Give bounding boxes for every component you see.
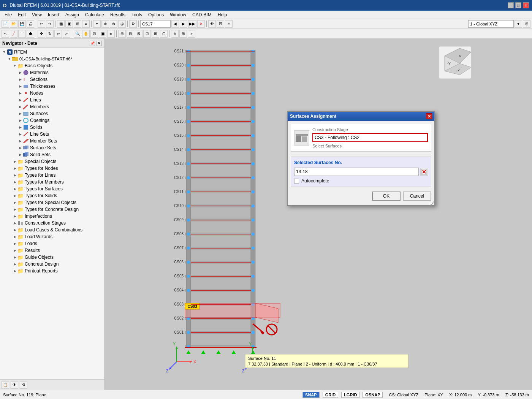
tb2-fit[interactable]: ⊡ [90, 30, 98, 38]
nav-printout-reports[interactable]: ▶ 📁 Printout Reports [0, 268, 104, 274]
dialog-clear-button[interactable] [420, 168, 428, 176]
tb-btn7[interactable]: ⊗ [110, 20, 117, 28]
lgrid-button[interactable]: LGRID [341, 392, 359, 398]
menu-window[interactable]: Window [167, 11, 189, 18]
nav-surface-sets[interactable]: ▶ Surface Sets [0, 144, 104, 151]
nav-types-nodes[interactable]: ▶ 📁 Types for Nodes [0, 165, 104, 172]
nav-load-cases[interactable]: ▶ 📁 Load Cases & Combinations [0, 226, 104, 233]
tb2-mirror[interactable]: ⇔ [54, 30, 62, 38]
nav-members[interactable]: ▶ Members [0, 103, 104, 110]
tb2-snap[interactable]: ⊕ [171, 30, 179, 38]
dialog-selected-input[interactable] [294, 168, 419, 176]
menu-edit[interactable]: Edit [15, 11, 29, 18]
nav-types-members[interactable]: ▶ 📁 Types for Members [0, 179, 104, 185]
nav-data-btn[interactable]: 📋 [2, 381, 9, 389]
nav-types-surfaces[interactable]: ▶ 📁 Types for Surfaces [0, 185, 104, 192]
nav-solids[interactable]: ▶ Solids [0, 124, 104, 131]
menu-tools[interactable]: Tools [128, 11, 145, 18]
osnap-button[interactable]: OSNAP [363, 392, 383, 398]
viewport[interactable]: CS03 CS21 CS20 CS19 CS18 CS17 CS16 CS15 … [104, 39, 532, 390]
tb2-grid2[interactable]: ⊞ [179, 30, 187, 38]
tb-btn2[interactable]: ▣ [65, 20, 73, 28]
dialog-cancel-button[interactable]: Cancel [403, 192, 431, 201]
close-button[interactable]: ✕ [523, 2, 529, 8]
tb2-pan[interactable]: ✋ [82, 30, 90, 38]
menu-assign[interactable]: Assign [62, 11, 82, 18]
tb2-scale[interactable]: ⤢ [63, 30, 70, 38]
tb2-iso[interactable]: ⬡ [160, 30, 168, 38]
nav-concrete-design[interactable]: ▶ 📁 Concrete Design [0, 261, 104, 268]
nav-pin-button[interactable]: 📌 [90, 41, 95, 46]
tb-view2[interactable]: ⚄ [217, 20, 224, 28]
dialog-cs-input[interactable] [312, 133, 428, 142]
tb2-zoom[interactable]: 🔍 [74, 30, 81, 38]
menu-options[interactable]: Options [145, 11, 167, 18]
nav-types-lines[interactable]: ▶ 📁 Types for Lines [0, 172, 104, 179]
tb-save[interactable]: 💾 [18, 20, 26, 28]
nav-types-solids[interactable]: ▶ 📁 Types for Solids [0, 192, 104, 199]
tb-open[interactable]: 📂 [10, 20, 17, 28]
tb2-arc[interactable]: ⌒ [18, 30, 26, 38]
menu-file[interactable]: File [2, 11, 15, 18]
nav-types-concrete[interactable]: ▶ 📁 Types for Concrete Design [0, 206, 104, 213]
tb-btn3[interactable]: ⊞ [74, 20, 81, 28]
nav-sections[interactable]: ▶ I Sections [0, 76, 104, 83]
nav-openings[interactable]: ▶ Openings [0, 117, 104, 124]
tb2-wireframe[interactable]: ▣ [99, 30, 106, 38]
tb2-select[interactable]: ↖ [2, 30, 9, 38]
tb-undo[interactable]: ↩ [38, 20, 45, 28]
tb-coord-expand[interactable]: ▼ [515, 20, 522, 28]
tb-more[interactable]: » [225, 20, 233, 28]
tb2-front[interactable]: ⊞ [118, 30, 126, 38]
nav-load-wizards[interactable]: ▶ 📁 Load Wizards [0, 233, 104, 240]
nav-member-sets[interactable]: ▶ Member Sets [0, 138, 104, 144]
tb-stop[interactable]: ✕ [197, 20, 205, 28]
menu-view[interactable]: View [29, 11, 45, 18]
tb2-render[interactable]: ◈ [107, 30, 115, 38]
nav-loads[interactable]: ▶ 📁 Loads [0, 240, 104, 247]
nav-special-objects[interactable]: ▶ 📁 Special Objects [0, 158, 104, 165]
nav-close-button[interactable]: ✕ [97, 41, 102, 46]
tb-redo[interactable]: ↪ [46, 20, 54, 28]
nav-display-btn[interactable]: ⚙ [20, 381, 27, 389]
tb-prev-cs[interactable]: ◀ [171, 20, 179, 28]
tb2-move[interactable]: ✥ [38, 30, 45, 38]
nav-surfaces[interactable]: ▶ Surfaces [0, 110, 104, 117]
tb2-left[interactable]: ⊠ [135, 30, 142, 38]
menu-cad-bim[interactable]: CAD-BIM [189, 11, 215, 18]
maximize-button[interactable]: □ [515, 2, 521, 8]
nav-view-btn[interactable]: 👁 [11, 381, 18, 389]
menu-insert[interactable]: Insert [45, 11, 62, 18]
tb-grid[interactable]: ⊞ [523, 20, 530, 28]
titlebar-controls[interactable]: – □ ✕ [508, 2, 529, 8]
cs-combo[interactable] [140, 20, 171, 28]
tb-btn6[interactable]: ⊕ [101, 20, 109, 28]
nav-construction-stages[interactable]: ▶ Construction Stages [0, 220, 104, 226]
tb-print[interactable]: 🖨 [27, 20, 34, 28]
nav-materials[interactable]: ▶ Materials [0, 69, 104, 76]
tb2-top[interactable]: ⊞ [152, 30, 159, 38]
tb-btn1[interactable]: ▦ [57, 20, 65, 28]
menu-results[interactable]: Results [107, 11, 128, 18]
nav-thicknesses[interactable]: ▶ Thicknesses [0, 83, 104, 90]
tb-next-cs[interactable]: ▶ [180, 20, 187, 28]
grid-button[interactable]: GRID [323, 392, 339, 398]
tb-btn4[interactable]: ≡ [82, 20, 90, 28]
coord-combo[interactable] [468, 20, 514, 28]
nav-basic-objects[interactable]: ▼ 📁 Basic Objects [0, 62, 104, 69]
nav-solid-sets[interactable]: ▶ Solid Sets [0, 151, 104, 158]
menu-help[interactable]: Help [215, 11, 230, 18]
nav-line-sets[interactable]: ▶ Line Sets [0, 131, 104, 138]
tb2-back[interactable]: ⊟ [127, 30, 134, 38]
nav-guide-objects[interactable]: ▶ 📁 Guide Objects [0, 254, 104, 261]
tb2-rotate[interactable]: ↻ [46, 30, 54, 38]
nav-nodes[interactable]: ▶ Nodes [0, 90, 104, 97]
dialog-autocomplete-checkbox[interactable] [294, 179, 299, 184]
tb-view1[interactable]: 👁 [208, 20, 216, 28]
tb-btn8[interactable]: ◎ [118, 20, 126, 28]
menu-calculate[interactable]: Calculate [82, 11, 107, 18]
tb-play[interactable]: ▶▶ [188, 20, 196, 28]
nav-results[interactable]: ▶ 📁 Results [0, 247, 104, 254]
dialog-resize-handle[interactable] [430, 201, 434, 204]
nav-types-special[interactable]: ▶ 📁 Types for Special Objects [0, 199, 104, 206]
